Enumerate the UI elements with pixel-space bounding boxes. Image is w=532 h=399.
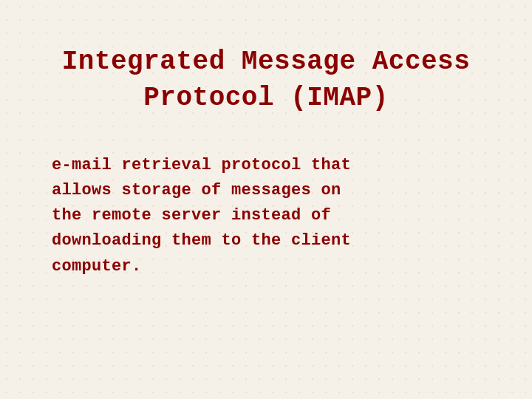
title-block: Integrated Message Access Protocol (IMAP… (52, 44, 480, 116)
title-line1: Integrated Message Access (62, 47, 471, 77)
slide-content: Integrated Message Access Protocol (IMAP… (52, 44, 480, 279)
slide-title: Integrated Message Access Protocol (IMAP… (52, 44, 480, 116)
slide-body: e-mail retrieval protocol that allows st… (52, 153, 480, 279)
title-line2: Protocol (IMAP) (143, 83, 389, 113)
